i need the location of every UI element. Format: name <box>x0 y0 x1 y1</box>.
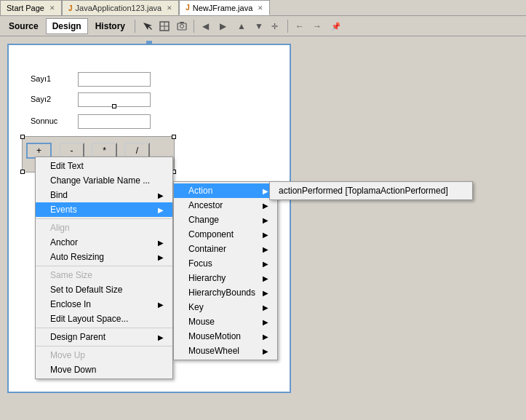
corner-handle-bl <box>20 170 25 174</box>
svg-text:▲: ▲ <box>237 21 246 31</box>
design-tab-btn[interactable]: Design <box>46 18 88 34</box>
toolbar: Source Design History ◀ ▶ ▲ ▼ ✛ ← → 📌 <box>0 16 526 36</box>
arrow-up-btn[interactable]: ▲ <box>233 18 249 34</box>
tab-label: NewJFrame.java <box>193 4 253 12</box>
submenu-arrow: ▶ <box>263 304 268 312</box>
separator-2 <box>194 20 194 33</box>
svg-text:✛: ✛ <box>271 22 278 31</box>
back-btn[interactable]: ← <box>292 18 308 34</box>
history-tab-btn[interactable]: History <box>89 18 131 34</box>
submenu-arrow: ▶ <box>158 253 164 261</box>
submenu-arrow: ▶ <box>263 289 268 297</box>
menu-events[interactable]: Events ▶ <box>36 202 172 217</box>
submenu-mousewheel[interactable]: MouseWheel ▶ <box>174 344 277 358</box>
input-sonnuc[interactable] <box>78 114 151 129</box>
submenu-arrow: ▶ <box>158 301 164 309</box>
label-sonnuc: Sonnuc <box>31 116 57 125</box>
submenu-arrow: ▶ <box>263 347 268 355</box>
forward-btn[interactable]: → <box>309 18 325 34</box>
menu-change-variable[interactable]: Change Variable Name ... <box>36 173 172 188</box>
main-area: Sayı1 Sayı2 Sonnuc <box>0 36 526 420</box>
submenu-arrow: ▶ <box>263 231 268 239</box>
tab-label: JavaApplication123.java <box>76 4 162 12</box>
submenu-arrow: ▶ <box>263 216 268 224</box>
menu-auto-resizing[interactable]: Auto Resizing ▶ <box>36 250 172 264</box>
arrow-right-btn[interactable]: ▶ <box>215 18 231 34</box>
move-all-btn[interactable]: ✛ <box>268 18 284 34</box>
separator <box>36 218 172 219</box>
svg-point-4 <box>180 24 184 28</box>
submenu-focus[interactable]: Focus ▶ <box>174 256 277 271</box>
arrow-left-btn[interactable]: ◀ <box>198 18 214 34</box>
label-sayi2: Sayı2 <box>31 95 51 103</box>
corner-handle-tl <box>20 135 25 139</box>
tab-close-icon[interactable]: ✕ <box>49 4 55 12</box>
menu-move-down[interactable]: Move Down <box>36 362 172 377</box>
submenu-action[interactable]: Action ▶ <box>174 183 277 198</box>
submenu-arrow: ▶ <box>263 260 268 268</box>
submenu-hierarchybounds[interactable]: HierarchyBounds ▶ <box>174 285 277 300</box>
input-sayi2[interactable] <box>78 92 151 107</box>
resize-handle <box>112 104 116 108</box>
svg-text:◀: ◀ <box>202 21 210 31</box>
tab-close-icon[interactable]: ✕ <box>167 4 172 12</box>
top-handle <box>146 41 152 45</box>
menu-bind[interactable]: Bind ▶ <box>36 188 172 202</box>
pan-tool-btn[interactable] <box>156 18 172 34</box>
submenu-arrow: ▶ <box>158 239 164 247</box>
submenu-arrow: ▶ <box>263 245 268 253</box>
context-menu-l1: Edit Text Change Variable Name ... Bind … <box>35 156 173 379</box>
submenu-arrow: ▶ <box>263 318 268 326</box>
tab-bar: Start Page ✕ J JavaApplication123.java ✕… <box>0 0 526 16</box>
svg-text:📌: 📌 <box>331 21 340 31</box>
submenu-container[interactable]: Container ▶ <box>174 242 277 256</box>
menu-align: Align <box>36 221 172 235</box>
submenu-arrow: ▶ <box>263 333 268 341</box>
corner-handle-tr <box>172 135 176 139</box>
menu-edit-layout[interactable]: Edit Layout Space... <box>36 312 172 326</box>
submenu-component[interactable]: Component ▶ <box>174 227 277 242</box>
camera-btn[interactable] <box>174 18 190 34</box>
svg-text:▼: ▼ <box>255 21 263 31</box>
submenu-hierarchy[interactable]: Hierarchy ▶ <box>174 271 277 285</box>
tab-java-app[interactable]: J JavaApplication123.java ✕ <box>62 0 179 15</box>
action-item-performed[interactable]: actionPerformed [ToplamaActionPerformed] <box>270 183 472 198</box>
tab-close-icon[interactable]: ✕ <box>258 4 263 12</box>
svg-rect-5 <box>180 22 184 23</box>
arrow-down-btn[interactable]: ▼ <box>250 18 266 34</box>
menu-anchor[interactable]: Anchor ▶ <box>36 235 172 250</box>
separator <box>36 346 172 346</box>
menu-default-size[interactable]: Set to Default Size <box>36 282 172 297</box>
java-icon: J <box>186 4 190 12</box>
submenu-arrow: ▶ <box>263 274 268 282</box>
submenu-ancestor[interactable]: Ancestor ▶ <box>174 198 277 213</box>
label-sayi1: Sayı1 <box>31 74 51 83</box>
menu-edit-text[interactable]: Edit Text <box>36 159 172 173</box>
input-sayi1[interactable] <box>78 72 151 87</box>
canvas-area: Sayı1 Sayı2 Sonnuc <box>0 36 526 420</box>
java-icon: J <box>68 4 73 12</box>
menu-design-parent[interactable]: Design Parent ▶ <box>36 330 172 344</box>
pin-btn[interactable]: 📌 <box>327 18 343 34</box>
submenu-key[interactable]: Key ▶ <box>174 300 277 314</box>
select-tool-btn[interactable] <box>139 18 155 34</box>
submenu-mousemotion[interactable]: MouseMotion ▶ <box>174 329 277 344</box>
separator-1 <box>135 20 135 33</box>
tab-label: Start Page <box>7 4 44 12</box>
separator <box>36 266 172 266</box>
submenu-arrow: ▶ <box>263 187 268 195</box>
svg-text:→: → <box>313 21 322 31</box>
source-tab-btn[interactable]: Source <box>3 18 44 34</box>
submenu-arrow: ▶ <box>158 333 164 341</box>
submenu-arrow: ▶ <box>263 202 268 210</box>
separator-3 <box>287 20 288 33</box>
menu-same-size: Same Size <box>36 268 172 282</box>
submenu-change[interactable]: Change ▶ <box>174 213 277 227</box>
submenu-mouse[interactable]: Mouse ▶ <box>174 314 277 329</box>
tab-newjframe[interactable]: J NewJFrame.java ✕ <box>179 0 270 15</box>
menu-move-up: Move Up <box>36 348 172 362</box>
svg-text:←: ← <box>295 21 304 31</box>
menu-enclose-in[interactable]: Enclose In ▶ <box>36 297 172 312</box>
separator <box>36 328 172 328</box>
tab-start-page[interactable]: Start Page ✕ <box>0 0 62 15</box>
